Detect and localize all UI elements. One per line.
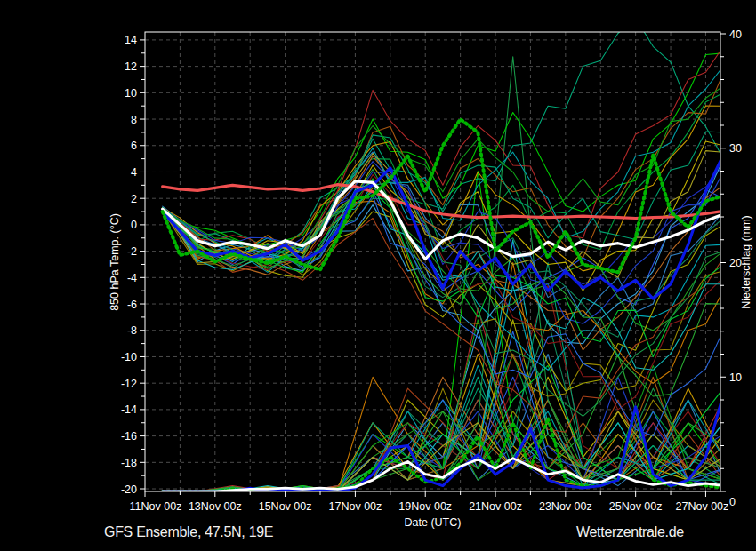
svg-text:-2: -2 — [127, 245, 137, 258]
svg-text:4: 4 — [131, 166, 137, 179]
svg-text:0: 0 — [729, 496, 736, 508]
svg-text:23Nov 00z: 23Nov 00z — [539, 500, 592, 513]
svg-text:14: 14 — [125, 34, 137, 46]
svg-text:6: 6 — [131, 140, 137, 152]
svg-text:17Nov 00z: 17Nov 00z — [329, 500, 382, 513]
svg-text:0: 0 — [131, 219, 137, 231]
svg-text:40: 40 — [729, 28, 742, 41]
site-credit: Wetterzentrale.de — [576, 524, 684, 540]
meteogram-chart: 14121086420-2-4-6-8-10-12-14-16-18-20403… — [0, 0, 756, 551]
svg-text:10: 10 — [729, 371, 742, 384]
meteogram-page: Dunavarsány (HU) 850 hPa Temp. & Nieders… — [0, 0, 756, 551]
svg-text:21Nov 00z: 21Nov 00z — [469, 500, 522, 513]
svg-text:-20: -20 — [121, 483, 137, 496]
svg-text:-8: -8 — [127, 324, 137, 337]
svg-text:30: 30 — [729, 142, 742, 155]
svg-text:-18: -18 — [121, 457, 137, 469]
svg-text:27Nov 00z: 27Nov 00z — [676, 500, 729, 513]
svg-text:19Nov 00z: 19Nov 00z — [398, 500, 452, 513]
svg-text:-14: -14 — [121, 403, 137, 416]
svg-text:-12: -12 — [121, 378, 137, 390]
svg-text:10: 10 — [125, 87, 137, 100]
svg-text:-16: -16 — [121, 430, 137, 443]
x-axis-label: Date (UTC) — [405, 516, 462, 529]
svg-text:11Nov 00z: 11Nov 00z — [130, 500, 182, 513]
left-axis-label: 850 hPa Temp. (°C) — [109, 213, 121, 311]
model-info: GFS Ensemble, 47.5N, 19E — [104, 524, 273, 540]
svg-text:25Nov 00z: 25Nov 00z — [609, 500, 663, 513]
svg-text:12: 12 — [125, 60, 137, 73]
svg-text:-10: -10 — [121, 351, 137, 363]
svg-text:-4: -4 — [127, 272, 137, 284]
svg-text:-6: -6 — [127, 299, 137, 311]
right-axis-label: Niederschlag (mm) — [740, 215, 752, 309]
svg-text:2: 2 — [131, 193, 137, 205]
svg-text:15Nov 00z: 15Nov 00z — [259, 500, 312, 513]
svg-text:8: 8 — [131, 114, 137, 126]
svg-text:13Nov 00z: 13Nov 00z — [189, 500, 242, 513]
